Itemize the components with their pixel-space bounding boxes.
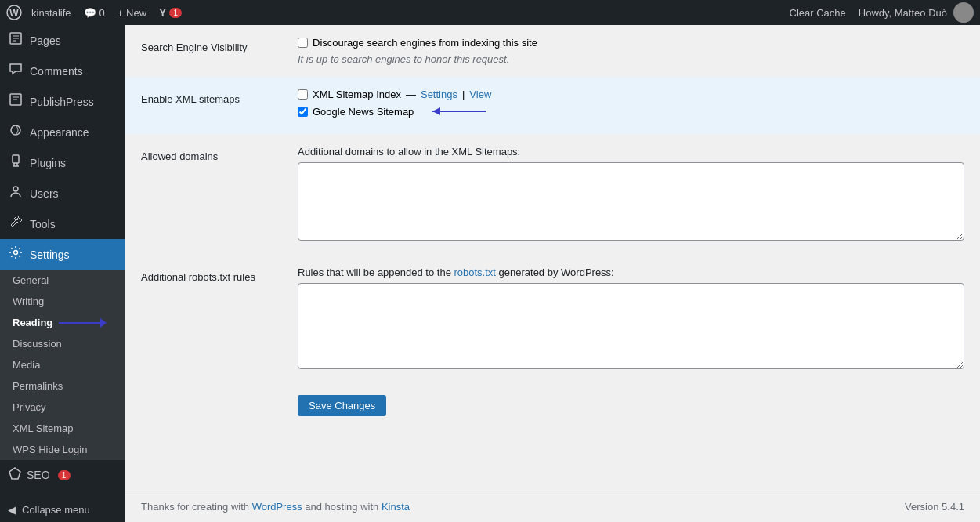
footer-thanks-middle: and hosting with bbox=[302, 501, 382, 513]
collapse-menu-button[interactable]: ◀ Collapse menu bbox=[0, 498, 125, 522]
sidebar-item-comments[interactable]: Comments bbox=[0, 56, 125, 86]
save-changes-button[interactable]: Save Changes bbox=[298, 395, 386, 416]
svg-point-3 bbox=[956, 15, 971, 23]
xml-sitemaps-row: Enable XML sitemaps XML Sitemap Index — … bbox=[125, 77, 980, 134]
sidebar-item-plugins[interactable]: Plugins bbox=[0, 147, 125, 178]
footer-version: Version 5.4.1 bbox=[905, 501, 964, 513]
site-name: kinstalife bbox=[31, 7, 71, 19]
robots-txt-row: Additional robots.txt rules Rules that w… bbox=[125, 255, 980, 383]
search-engine-label: Search Engine Visibility bbox=[141, 42, 248, 53]
allowed-domains-label: Allowed domains bbox=[141, 150, 218, 162]
yoast-badge: 1 bbox=[169, 8, 182, 18]
sidebar-plugins-label: Plugins bbox=[30, 157, 66, 169]
footer-thanks: Thanks for creating with WordPress and h… bbox=[141, 501, 410, 513]
submenu-reading-label: Reading bbox=[13, 317, 52, 328]
svg-point-16 bbox=[13, 187, 18, 191]
main-content: Search Engine Visibility Discourage sear… bbox=[125, 25, 980, 522]
google-news-checkbox[interactable] bbox=[298, 107, 308, 117]
footer: Thanks for creating with WordPress and h… bbox=[125, 491, 980, 522]
seo-badge: 1 bbox=[58, 470, 71, 480]
search-engine-visibility-row: Search Engine Visibility Discourage sear… bbox=[125, 25, 980, 77]
robots-txt-link[interactable]: robots.txt bbox=[454, 266, 495, 278]
xml-separator: — bbox=[406, 89, 416, 100]
sidebar-item-pages[interactable]: Pages bbox=[0, 25, 125, 56]
sidebar-item-seo[interactable]: SEO 1 bbox=[0, 460, 125, 490]
svg-rect-12 bbox=[13, 155, 19, 163]
footer-wordpress-link[interactable]: WordPress bbox=[252, 501, 302, 513]
svg-text:W: W bbox=[9, 8, 19, 19]
avatar bbox=[953, 2, 974, 23]
footer-kinsta-link[interactable]: Kinsta bbox=[382, 501, 410, 513]
user-info: Clear Cache Howdy, Matteo Duò bbox=[783, 2, 974, 23]
search-engine-checkbox-text: Discourage search engines from indexing … bbox=[313, 37, 537, 49]
google-news-checkbox-label[interactable]: Google News Sitemap bbox=[298, 105, 964, 118]
robots-txt-textarea[interactable] bbox=[298, 283, 964, 369]
users-icon bbox=[8, 184, 24, 202]
comment-icon: 💬 bbox=[84, 7, 96, 19]
collapse-label: Collapse menu bbox=[22, 504, 90, 516]
topbar: W kinstalife 💬 0 + New Y 1 Clear Cache H… bbox=[0, 0, 980, 25]
sidebar-item-appearance[interactable]: Appearance bbox=[0, 117, 125, 147]
submenu-xml-sitemap-label: XML Sitemap bbox=[13, 422, 74, 434]
google-news-arrow-annotation bbox=[425, 105, 487, 118]
submenu-item-xml-sitemap[interactable]: XML Sitemap bbox=[0, 418, 125, 439]
submenu-item-reading[interactable]: Reading bbox=[0, 312, 125, 333]
xml-index-text: XML Sitemap Index bbox=[313, 89, 401, 100]
new-button[interactable]: + New bbox=[111, 0, 153, 25]
settings-icon bbox=[8, 245, 24, 263]
settings-form-table: Search Engine Visibility Discourage sear… bbox=[125, 25, 980, 428]
seo-label: SEO bbox=[27, 469, 50, 481]
site-name-link[interactable]: kinstalife bbox=[25, 0, 78, 25]
robots-txt-label: Additional robots.txt rules bbox=[141, 271, 255, 283]
allowed-domains-description: Additional domains to allow in the XML S… bbox=[298, 146, 964, 158]
settings-active-arrow bbox=[111, 248, 118, 261]
svg-marker-20 bbox=[432, 107, 440, 115]
sidebar-item-publishpress[interactable]: PublishPress bbox=[0, 86, 125, 117]
howdy-label: Howdy, Matteo Duò bbox=[859, 7, 947, 19]
submenu-permalinks-label: Permalinks bbox=[13, 380, 63, 392]
yoast-icon: Y bbox=[159, 6, 166, 19]
submenu-item-media[interactable]: Media bbox=[0, 354, 125, 375]
sidebar-item-users[interactable]: Users bbox=[0, 178, 125, 208]
clear-cache-button[interactable]: Clear Cache bbox=[783, 7, 852, 19]
svg-point-11 bbox=[11, 125, 20, 135]
search-engine-checkbox[interactable] bbox=[298, 38, 308, 48]
settings-wrap: Search Engine Visibility Discourage sear… bbox=[125, 25, 980, 491]
tools-icon bbox=[8, 215, 24, 233]
xml-view-link[interactable]: View bbox=[469, 89, 491, 100]
publishpress-icon bbox=[8, 92, 24, 111]
xml-index-checkbox-label[interactable]: XML Sitemap Index — Settings | View bbox=[298, 89, 964, 100]
sidebar-item-tools[interactable]: Tools bbox=[0, 208, 125, 239]
submenu-item-writing[interactable]: Writing bbox=[0, 291, 125, 312]
svg-marker-18 bbox=[9, 468, 20, 479]
allowed-domains-textarea[interactable] bbox=[298, 162, 964, 241]
appearance-icon bbox=[8, 123, 24, 141]
save-changes-row: Save Changes bbox=[125, 383, 980, 428]
sidebar-publishpress-label: PublishPress bbox=[30, 96, 94, 108]
layout: Pages Comments PublishPress Appearance P bbox=[0, 25, 980, 522]
wp-logo-icon[interactable]: W bbox=[6, 5, 22, 20]
submenu-item-permalinks[interactable]: Permalinks bbox=[0, 375, 125, 397]
settings-submenu: General Writing Reading Discussion Media… bbox=[0, 270, 125, 460]
sidebar-users-label: Users bbox=[30, 187, 59, 200]
comments-nav-icon bbox=[8, 62, 24, 80]
robots-description-suffix: generated by WordPress: bbox=[496, 266, 614, 278]
allowed-domains-row: Allowed domains Additional domains to al… bbox=[125, 134, 980, 255]
sidebar: Pages Comments PublishPress Appearance P bbox=[0, 25, 125, 522]
submenu-item-wps-hide-login[interactable]: WPS Hide Login bbox=[0, 439, 125, 460]
xml-index-checkbox[interactable] bbox=[298, 89, 308, 100]
submenu-item-general[interactable]: General bbox=[0, 270, 125, 291]
submenu-item-privacy[interactable]: Privacy bbox=[0, 397, 125, 418]
submenu-item-discussion[interactable]: Discussion bbox=[0, 333, 125, 354]
yoast-button[interactable]: Y 1 bbox=[153, 0, 188, 25]
sidebar-settings-label: Settings bbox=[30, 248, 70, 261]
comments-link[interactable]: 💬 0 bbox=[78, 0, 111, 25]
robots-description-prefix: Rules that will be appended to the bbox=[298, 266, 454, 278]
svg-point-2 bbox=[960, 6, 967, 14]
xml-settings-link[interactable]: Settings bbox=[421, 89, 457, 100]
google-news-text: Google News Sitemap bbox=[313, 106, 414, 118]
submenu-wps-hide-login-label: WPS Hide Login bbox=[13, 444, 87, 455]
search-engine-checkbox-label[interactable]: Discourage search engines from indexing … bbox=[298, 37, 964, 49]
sidebar-item-settings[interactable]: Settings bbox=[0, 239, 125, 270]
plugins-icon bbox=[8, 154, 24, 172]
